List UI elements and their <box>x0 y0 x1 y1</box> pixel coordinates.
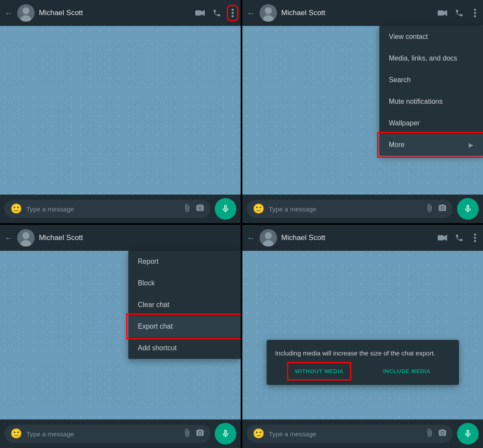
chat-background-4: Including media will increase the size o… <box>242 251 483 419</box>
attach-button-3[interactable] <box>183 429 191 439</box>
chevron-right-icon: ▶ <box>469 141 473 148</box>
video-call-button-2[interactable] <box>438 10 447 16</box>
svg-point-25 <box>474 237 476 239</box>
more-options-button-4[interactable] <box>471 232 479 244</box>
menu-item-view-contact[interactable]: View contact <box>379 26 483 48</box>
avatar-1 <box>17 4 35 22</box>
svg-point-7 <box>232 15 234 17</box>
svg-point-5 <box>232 9 234 11</box>
header-icons-2 <box>438 7 479 19</box>
mic-button-1[interactable] <box>215 198 236 220</box>
camera-button-1[interactable] <box>196 204 204 214</box>
panel-4: ← Michael Scott <box>242 225 483 448</box>
svg-rect-3 <box>195 10 201 16</box>
message-placeholder-4: Type a message <box>269 430 421 438</box>
svg-rect-22 <box>438 235 444 240</box>
attach-button-1[interactable] <box>183 204 191 214</box>
menu-item-media-links[interactable]: Media, links, and docs <box>379 48 483 69</box>
panel-3: ← Michael Scott 🙂 Type a message <box>0 225 241 448</box>
svg-point-1 <box>22 7 29 14</box>
submenu-item-report[interactable]: Report <box>128 251 241 272</box>
avatar-3 <box>17 229 35 246</box>
video-call-button-4[interactable] <box>438 234 447 241</box>
svg-point-15 <box>474 15 476 17</box>
without-media-button[interactable]: WITHOUT MEDIA <box>289 365 349 378</box>
camera-button-3[interactable] <box>196 429 204 439</box>
attach-button-4[interactable] <box>425 429 434 439</box>
message-input-4[interactable]: 🙂 Type a message <box>247 425 453 443</box>
submenu-item-block[interactable]: Block <box>128 272 241 294</box>
panel-2: ← Michael Scott <box>242 0 483 223</box>
avatar-4 <box>260 229 277 246</box>
message-bar-3: 🙂 Type a message <box>0 419 241 448</box>
submenu-item-add-shortcut[interactable]: Add shortcut <box>128 337 241 359</box>
contact-name-1: Michael Scott <box>39 9 191 17</box>
phone-call-button-2[interactable] <box>455 9 464 17</box>
back-button-3[interactable]: ← <box>4 233 13 243</box>
svg-point-6 <box>232 12 234 14</box>
message-input-1[interactable]: 🙂 Type a message <box>4 200 210 218</box>
svg-marker-23 <box>444 235 447 241</box>
more-submenu: Report Block Clear chat Export chat Add … <box>128 251 241 359</box>
chat-background-1 <box>0 26 241 195</box>
back-button-1[interactable]: ← <box>4 8 13 18</box>
main-dropdown-menu: View contact Media, links, and docs Sear… <box>379 26 483 156</box>
menu-item-more[interactable]: More ▶ <box>379 134 483 156</box>
export-dialog-actions: WITHOUT MEDIA INCLUDE MEDIA <box>275 365 451 378</box>
back-button-2[interactable]: ← <box>247 8 255 18</box>
attach-button-2[interactable] <box>425 204 434 214</box>
svg-point-20 <box>265 232 272 239</box>
more-options-button-2[interactable] <box>471 7 479 19</box>
menu-item-search[interactable]: Search <box>379 69 483 91</box>
svg-point-17 <box>22 232 29 239</box>
svg-point-24 <box>474 234 476 236</box>
emoji-button-3[interactable]: 🙂 <box>10 428 22 439</box>
export-chat-dialog: Including media will increase the size o… <box>267 340 459 385</box>
message-placeholder-3: Type a message <box>26 430 178 438</box>
contact-name-3: Michael Scott <box>39 234 236 242</box>
camera-button-4[interactable] <box>438 429 447 439</box>
phone-call-button-4[interactable] <box>455 234 464 242</box>
emoji-button-2[interactable]: 🙂 <box>253 203 264 214</box>
message-bar-2: 🙂 Type a message <box>242 195 483 223</box>
message-bar-4: 🙂 Type a message <box>242 419 483 448</box>
chat-header-2: ← Michael Scott <box>242 0 483 26</box>
message-input-3[interactable]: 🙂 Type a message <box>4 425 210 443</box>
menu-item-wallpaper[interactable]: Wallpaper <box>379 112 483 134</box>
menu-item-mute[interactable]: Mute notifications <box>379 91 483 112</box>
emoji-button-1[interactable]: 🙂 <box>10 203 22 214</box>
emoji-button-4[interactable]: 🙂 <box>253 428 264 439</box>
svg-marker-12 <box>444 10 447 16</box>
export-dialog-message: Including media will increase the size o… <box>275 349 451 358</box>
chat-header-1: ← Michael Scott <box>0 0 241 26</box>
svg-point-14 <box>474 12 476 14</box>
svg-rect-11 <box>438 10 444 16</box>
contact-name-2: Michael Scott <box>281 9 433 17</box>
chat-header-4: ← Michael Scott <box>242 225 483 251</box>
header-icons-1 <box>195 7 236 19</box>
message-bar-1: 🙂 Type a message <box>0 195 241 223</box>
contact-name-4: Michael Scott <box>281 234 433 242</box>
avatar-2 <box>260 4 277 22</box>
video-call-button-1[interactable] <box>195 10 205 16</box>
submenu-item-export-chat[interactable]: Export chat <box>128 316 241 337</box>
header-icons-4 <box>438 232 479 244</box>
mic-button-3[interactable] <box>215 423 236 445</box>
include-media-button[interactable]: INCLUDE MEDIA <box>378 365 436 378</box>
svg-point-26 <box>474 240 476 242</box>
mic-button-4[interactable] <box>457 423 479 445</box>
message-placeholder-1: Type a message <box>26 205 178 213</box>
more-options-button-1[interactable] <box>229 7 236 19</box>
submenu-item-clear-chat[interactable]: Clear chat <box>128 294 241 316</box>
message-placeholder-2: Type a message <box>269 205 421 213</box>
message-input-2[interactable]: 🙂 Type a message <box>247 200 453 218</box>
panel-1: ← Michael Scott <box>0 0 241 223</box>
phone-call-button-1[interactable] <box>213 9 221 17</box>
svg-marker-4 <box>201 10 205 16</box>
camera-button-2[interactable] <box>438 204 447 214</box>
svg-point-13 <box>474 9 476 11</box>
back-button-4[interactable]: ← <box>247 233 255 243</box>
mic-button-2[interactable] <box>457 198 479 220</box>
chat-header-3: ← Michael Scott <box>0 225 241 251</box>
svg-point-9 <box>265 7 272 14</box>
